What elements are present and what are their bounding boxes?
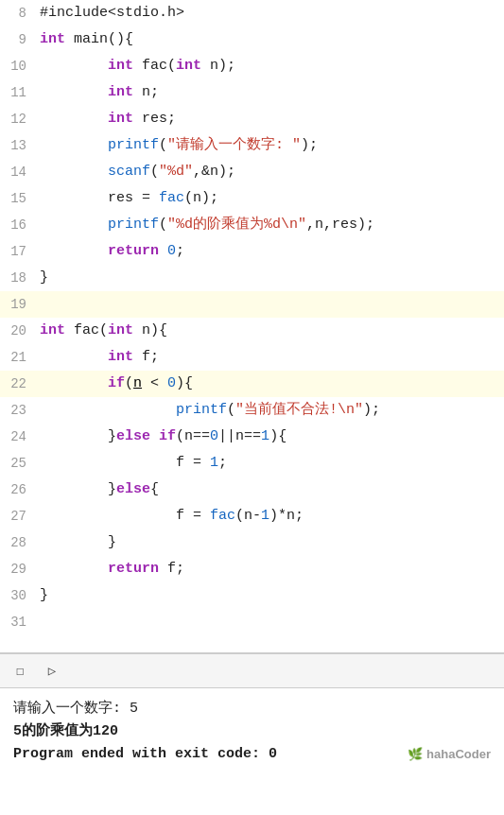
code-line: 31: [0, 609, 504, 635]
plain-text: ;: [176, 243, 184, 259]
line-content: }: [36, 265, 504, 291]
line-content: if(n < 0){: [36, 371, 504, 397]
plain-text: ,n,res);: [306, 217, 374, 233]
code-line: 30}: [0, 582, 504, 609]
keyword: else: [116, 428, 150, 444]
code-editor: 8#include<stdio.h>9int main(){10 int fac…: [0, 0, 504, 652]
code-line: 26 }else{: [0, 477, 504, 503]
plain-text: fac(: [65, 322, 108, 338]
line-content: return 0;: [36, 238, 504, 265]
plain-text: [40, 111, 108, 127]
number-literal: 1: [261, 428, 269, 444]
line-number: 24: [0, 424, 36, 450]
line-number: 31: [0, 609, 36, 635]
line-number: 19: [0, 291, 36, 318]
code-line: 12 int res;: [0, 106, 504, 132]
plain-text: (n==: [176, 428, 210, 444]
plain-text: }: [40, 534, 116, 550]
line-content: int res;: [36, 106, 504, 132]
plain-text: [40, 217, 108, 233]
plain-text: (n-: [235, 508, 261, 524]
plain-text: [40, 137, 108, 153]
plain-text: fac(: [133, 58, 176, 74]
line-content: printf("请输入一个数字: ");: [36, 132, 504, 159]
code-line: 10 int fac(int n);: [0, 53, 504, 79]
plain-text: (: [159, 217, 167, 233]
code-line: 22 if(n < 0){: [0, 371, 504, 397]
plain-text: ){: [176, 375, 193, 391]
code-line: 20int fac(int n){: [0, 318, 504, 344]
code-line: 15 res = fac(n);: [0, 185, 504, 212]
line-content: #include<stdio.h>: [36, 0, 504, 26]
brand-label: 🌿 hahaCoder: [408, 745, 491, 765]
line-number: 17: [0, 238, 36, 265]
line-content: int n;: [36, 79, 504, 106]
console-output: 请输入一个数字: 55的阶乘值为120Program ended with ex…: [0, 688, 504, 775]
play-icon[interactable]: ▷: [42, 661, 62, 682]
line-number: 14: [0, 159, 36, 185]
code-line: 13 printf("请输入一个数字: ");: [0, 132, 504, 159]
code-line: 25 f = 1;: [0, 450, 504, 477]
line-content: }else{: [36, 477, 504, 503]
line-content: return f;: [36, 556, 504, 582]
plain-text: f;: [133, 349, 159, 365]
plain-text: ||n==: [218, 428, 261, 444]
plain-text: [159, 243, 167, 259]
line-content: f = 1;: [36, 450, 504, 477]
code-line: 18}: [0, 265, 504, 291]
keyword: if: [108, 375, 125, 391]
plain-text: (: [125, 375, 133, 391]
function-name: scanf: [108, 164, 150, 180]
line-content: }: [36, 582, 504, 609]
code-line: 24 }else if(n==0||n==1){: [0, 424, 504, 450]
keyword: return: [108, 243, 159, 259]
plain-text: }: [40, 269, 48, 286]
number-literal: 0: [167, 375, 176, 391]
square-icon[interactable]: ☐: [9, 661, 30, 682]
plain-text: res =: [40, 190, 159, 206]
plain-text: ;: [218, 455, 227, 471]
line-number: 26: [0, 477, 36, 503]
plain-text: n);: [201, 58, 235, 74]
string-literal: "当前值不合法!\n": [235, 402, 363, 418]
plain-text: [150, 428, 159, 444]
line-number: 10: [0, 53, 36, 79]
code-line: 8#include<stdio.h>: [0, 0, 504, 26]
code-line: 14 scanf("%d",&n);: [0, 159, 504, 185]
code-line: 29 return f;: [0, 556, 504, 582]
line-content: scanf("%d",&n);: [36, 159, 504, 185]
console-line: 请输入一个数字: 5: [13, 698, 491, 720]
line-number: 30: [0, 582, 36, 609]
plain-text: (: [159, 137, 167, 153]
line-number: 18: [0, 265, 36, 291]
keyword: int: [108, 84, 133, 100]
plain-text: (: [227, 402, 235, 418]
code-line: 28 }: [0, 529, 504, 556]
plain-text: [40, 58, 108, 74]
function-name: printf: [108, 217, 159, 233]
function-name: printf: [108, 137, 159, 153]
code-line: 11 int n;: [0, 79, 504, 106]
line-number: 8: [0, 0, 36, 26]
line-content: printf("%d的阶乘值为%d\n",n,res);: [36, 212, 504, 238]
keyword: int: [176, 58, 201, 74]
plain-text: <: [142, 375, 167, 391]
plain-text: [40, 84, 108, 100]
console-line: Program ended with exit code: 0🌿 hahaCod…: [13, 743, 491, 766]
line-content: f = fac(n-1)*n;: [36, 503, 504, 529]
plain-text: #include<stdio.h>: [40, 5, 184, 21]
code-line: 16 printf("%d的阶乘值为%d\n",n,res);: [0, 212, 504, 238]
line-number: 16: [0, 212, 36, 238]
plain-text: [40, 402, 176, 418]
plain-text: ){: [269, 428, 287, 444]
code-line: 27 f = fac(n-1)*n;: [0, 503, 504, 529]
keyword: int: [40, 322, 65, 338]
keyword: int: [108, 111, 133, 127]
plain-text: res;: [133, 111, 176, 127]
plain-text: {: [150, 481, 159, 497]
keyword: else: [116, 481, 150, 497]
plain-text: [40, 243, 108, 259]
plain-text: );: [363, 402, 380, 418]
line-number: 9: [0, 26, 36, 53]
line-number: 21: [0, 344, 36, 371]
